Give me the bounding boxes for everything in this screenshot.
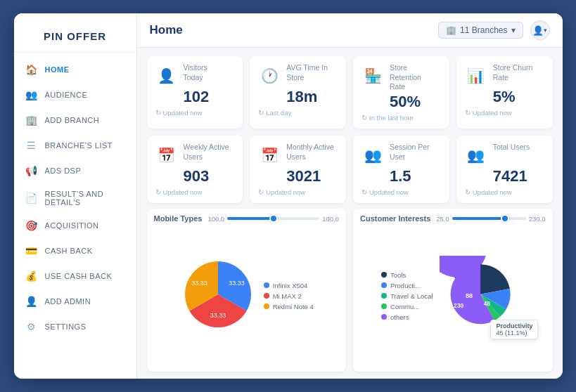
legend-label-redmi: Redmi Note 4: [273, 303, 314, 311]
interests-range-track[interactable]: [452, 217, 526, 220]
chart-title-bar-mobile: Mobile Types 100.0 100.0: [154, 214, 340, 223]
sidebar-item-audience[interactable]: 👥 AUDIENCE: [14, 82, 136, 107]
sidebar-label-home: HOME: [45, 65, 70, 74]
legend-dot-others: [381, 314, 387, 320]
pie-label-88: 88: [466, 292, 473, 299]
stat-icon-weekly-active: 📅: [155, 144, 178, 166]
legend-dot-productivity: [381, 282, 387, 288]
customer-interests-title: Customer Interests: [360, 214, 430, 223]
legend-productivity: Producti...: [381, 282, 433, 289]
interests-pie-wrap: 88 230 48 Productivity 45 (11.1%): [440, 256, 524, 336]
stat-value-monthly-active: 3021: [286, 168, 338, 185]
interests-pie-svg-2: 88 230 48: [440, 256, 524, 337]
sidebar-label-audience: AUDIENCE: [45, 91, 88, 99]
stat-updated-text-session-per-user: Updated now: [369, 188, 409, 196]
sidebar-label-acquisition: ACQUISITION: [45, 221, 99, 230]
stat-card-churn-rate: 📊 Store ChurnRate 5% ↻ Updated now: [456, 56, 553, 129]
legend-dot-infinix: [264, 282, 269, 288]
stat-updated-churn-rate: ↻ Updated now: [465, 109, 544, 117]
mobile-legend: Infinix X504 Mi MAX 2 Redmi Note 4: [264, 282, 314, 311]
mobile-slice-label-Infinix X504: 33.33: [229, 280, 245, 287]
stat-value-retention-rate: 50%: [390, 93, 441, 110]
branches-button[interactable]: 🏢 11 Branches ▾: [438, 22, 523, 39]
sidebar-item-use-cash-back[interactable]: 💰 USE CASH BACK: [14, 263, 136, 289]
sidebar-logo: PIN OFFER: [14, 20, 136, 53]
sidebar-label-branches-list: BRANCHE'S LIST: [45, 141, 113, 150]
sidebar-icon-ads-dsp: 📢: [25, 164, 38, 177]
mobile-range-track[interactable]: [227, 217, 319, 220]
top-bar-right: 🏢 11 Branches ▾ 👤 ▾: [438, 20, 549, 40]
stat-label-retention-rate: Store RetentionRate: [390, 63, 441, 92]
legend-travel: Travel & Local: [381, 292, 433, 300]
sidebar-item-branches-list[interactable]: ☰ BRANCHE'S LIST: [14, 133, 136, 158]
stat-header-retention-rate: 🏪 Store RetentionRate: [361, 63, 441, 92]
sidebar-label-ads-dsp: ADS DSP: [45, 166, 82, 175]
mobile-chart-body: 33.3333.3333.33 Infinix X504 Mi MAX 2: [154, 226, 340, 366]
stat-label-churn-rate: Store ChurnRate: [493, 63, 533, 82]
user-icon: 👤: [532, 25, 544, 36]
legend-redmi: Redmi Note 4: [264, 303, 314, 311]
stat-header-avg-time: 🕐 AVG Time InStore: [258, 63, 338, 87]
stat-header-weekly-active: 📅 Weekly ActiveUsers: [155, 143, 235, 166]
sidebar-item-results-details[interactable]: 📄 RESULT'S AND DETAIL'S: [14, 183, 136, 213]
stat-updated-session-per-user: ↻ Updated now: [361, 188, 441, 196]
sidebar-icon-results-details: 📄: [25, 192, 38, 204]
stat-card-weekly-active: 📅 Weekly ActiveUsers 903 ↻ Updated now: [147, 136, 243, 203]
mobile-range-max: 100.0: [322, 215, 339, 223]
refresh-icon-monthly-active: ↻: [258, 188, 264, 196]
legend-mi: Mi MAX 2: [264, 292, 314, 300]
mobile-range-thumb[interactable]: [269, 214, 278, 223]
interests-range-bar[interactable]: 25.0 230.0: [436, 215, 545, 223]
stat-card-monthly-active: 📅 Monthly ActiveUsers 3021 ↻ Updated now: [250, 136, 346, 203]
sidebar-item-ads-dsp[interactable]: 📢 ADS DSP: [14, 158, 136, 183]
interests-range-max: 230.0: [529, 215, 546, 223]
sidebar-item-add-branch[interactable]: 🏢 ADD BRANCH: [14, 107, 136, 133]
stat-value-session-per-user: 1.5: [390, 168, 441, 185]
mobile-range-bar[interactable]: 100.0 100.0: [207, 215, 339, 223]
stat-updated-total-users: ↻ Updated now: [465, 188, 544, 196]
stat-card-total-users: 👥 Total Users 7421 ↻ Updated now: [456, 136, 553, 203]
stat-label-session-per-user: Session PerUser: [390, 143, 430, 162]
sidebar-item-acquisition[interactable]: 🎯 ACQUISITION: [14, 213, 136, 238]
legend-community: Commu...: [381, 303, 433, 311]
stat-label-weekly-active: Weekly ActiveUsers: [184, 143, 229, 162]
stat-updated-avg-time: ↻ Last day: [258, 109, 338, 117]
mobile-pie-svg-dynamic: 33.3333.3333.33: [179, 256, 257, 333]
sidebar-icon-use-cash-back: 💰: [25, 270, 38, 282]
sidebar-icon-acquisition: 🎯: [25, 219, 38, 232]
stat-card-visitors-today: 👤 VisitorsToday 102 ↻ Updated now: [147, 56, 243, 129]
legend-dot-redmi: [264, 303, 269, 309]
stats-grid: 👤 VisitorsToday 102 ↻ Updated now 🕐 AVG …: [137, 48, 563, 209]
page-title: Home: [150, 23, 183, 37]
legend-dot-mi: [264, 293, 269, 299]
user-button[interactable]: 👤 ▾: [530, 20, 550, 40]
mobile-pie-chart: 33.3333.3333.33: [179, 256, 257, 336]
mobile-types-title: Mobile Types: [154, 214, 203, 223]
legend-label-community: Commu...: [390, 303, 419, 311]
chevron-down-icon-user: ▾: [544, 27, 547, 34]
branches-label: 11 Branches: [460, 25, 507, 35]
legend-label-others: others: [390, 313, 409, 321]
stat-updated-visitors-today: ↻ Updated now: [155, 109, 235, 117]
refresh-icon-session-per-user: ↻: [361, 188, 367, 196]
legend-infinix: Infinix X504: [264, 282, 314, 289]
stat-header-churn-rate: 📊 Store ChurnRate: [465, 63, 544, 87]
sidebar-icon-branches-list: ☰: [25, 139, 38, 152]
branches-icon: 🏢: [446, 25, 456, 35]
stat-value-visitors-today: 102: [184, 89, 235, 105]
interests-range-fill: [452, 217, 504, 220]
stat-updated-text-monthly-active: Updated now: [266, 188, 305, 196]
legend-label-productivity: Producti...: [390, 282, 421, 289]
stat-value-total-users: 7421: [493, 168, 544, 185]
sidebar-icon-add-admin: 👤: [25, 295, 38, 308]
stat-updated-retention-rate: ↻ In the last hour: [361, 114, 441, 122]
sidebar-icon-audience: 👥: [25, 89, 38, 101]
sidebar-item-cash-back[interactable]: 💳 CASH BACK: [14, 238, 136, 263]
sidebar-item-settings[interactable]: ⚙ SETTINGS: [14, 314, 136, 339]
stat-header-monthly-active: 📅 Monthly ActiveUsers: [258, 143, 338, 166]
sidebar-item-add-admin[interactable]: 👤 ADD ADMIN: [14, 289, 136, 314]
interests-range-thumb[interactable]: [501, 214, 509, 223]
legend-tools: Tools: [381, 271, 433, 279]
sidebar-item-home[interactable]: 🏠 HOME: [14, 57, 136, 82]
sidebar-label-add-branch: ADD BRANCH: [45, 116, 100, 124]
